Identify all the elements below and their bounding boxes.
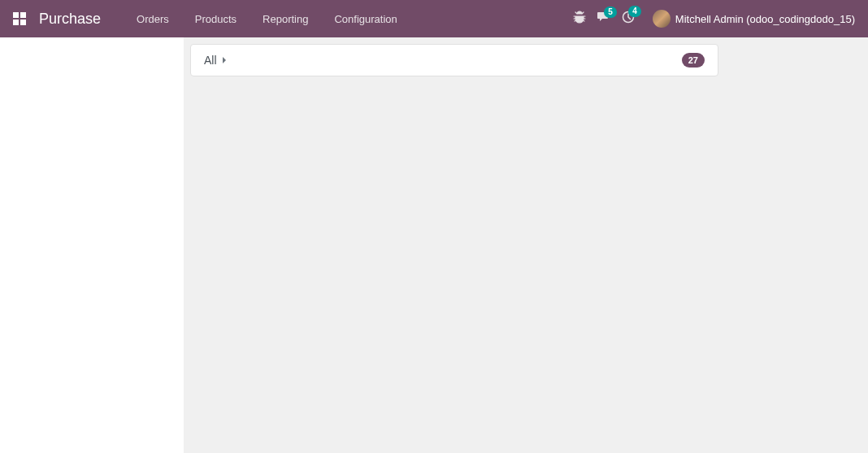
bug-icon [573, 11, 586, 27]
discuss-button[interactable]: 5 [597, 11, 610, 26]
app-title[interactable]: Purchase [39, 11, 101, 28]
debug-button[interactable] [573, 11, 586, 27]
navbar-right: 5 4 Mitchell Admin (odoo_codingdodo_15) [573, 10, 855, 28]
count-pill: 27 [682, 53, 705, 68]
main-content: All 27 [0, 37, 868, 453]
avatar [653, 10, 671, 28]
activity-badge: 4 [628, 6, 641, 17]
discuss-badge: 5 [604, 7, 617, 18]
svg-rect-0 [13, 12, 19, 18]
nav-item-configuration[interactable]: Configuration [321, 0, 410, 37]
activity-button[interactable]: 4 [622, 11, 635, 27]
sidebar [0, 37, 184, 453]
nav-label: Configuration [334, 13, 397, 25]
chevron-right-icon [222, 56, 228, 64]
nav-label: Orders [137, 13, 169, 25]
category-label: All [204, 54, 217, 67]
nav-menu: Orders Products Reporting Configuration [124, 0, 410, 37]
nav-label: Reporting [263, 13, 308, 25]
nav-item-products[interactable]: Products [182, 0, 250, 37]
nav-item-orders[interactable]: Orders [124, 0, 182, 37]
category-left: All [204, 54, 228, 67]
svg-rect-1 [20, 12, 26, 18]
navbar: Purchase Orders Products Reporting Confi… [0, 0, 868, 37]
user-menu[interactable]: Mitchell Admin (odoo_codingdodo_15) [653, 10, 855, 28]
nav-label: Products [195, 13, 237, 25]
user-name: Mitchell Admin (odoo_codingdodo_15) [675, 13, 855, 25]
nav-item-reporting[interactable]: Reporting [250, 0, 321, 37]
svg-rect-2 [13, 20, 19, 25]
category-all[interactable]: All 27 [190, 44, 718, 76]
content-area: All 27 [184, 37, 868, 453]
apps-icon[interactable] [13, 12, 26, 25]
svg-rect-3 [20, 20, 26, 25]
